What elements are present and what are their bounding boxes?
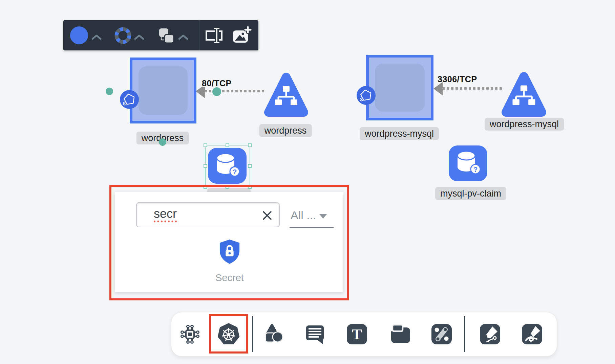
svg-text:?: ? xyxy=(473,166,478,173)
shapes-icon[interactable] xyxy=(263,323,284,345)
selection-handle[interactable] xyxy=(248,164,252,168)
filter-underline xyxy=(290,227,334,228)
comment-icon[interactable] xyxy=(304,323,326,345)
toolbar-divider xyxy=(199,20,199,50)
node-label: wordpress xyxy=(259,124,312,137)
selection-handle[interactable] xyxy=(226,143,229,147)
secret-shield-icon[interactable] xyxy=(218,239,241,265)
rename-icon[interactable] xyxy=(203,26,225,45)
frame-icon[interactable] xyxy=(390,323,411,345)
node-wordpress-service[interactable] xyxy=(264,72,309,118)
edge-mysql[interactable] xyxy=(442,87,502,90)
edge-label: 3306/TCP xyxy=(438,74,477,84)
connection-point[interactable] xyxy=(159,138,166,146)
result-item-label[interactable]: Secret xyxy=(215,272,244,283)
toolbar-divider xyxy=(464,316,465,352)
node-label: wordpress-mysql xyxy=(485,118,564,131)
node-mysql-deployment[interactable] xyxy=(366,55,433,120)
stroke-style-ring-icon[interactable] xyxy=(114,26,132,45)
svg-text:T: T xyxy=(352,326,362,343)
selection-handle[interactable] xyxy=(248,143,252,147)
edge-label: 80/TCP xyxy=(202,78,232,88)
deployment-badge-icon[interactable] xyxy=(120,90,139,109)
search-input[interactable]: secr xyxy=(136,202,280,227)
node-mysql-service[interactable] xyxy=(501,71,547,118)
svg-text:?: ? xyxy=(233,168,237,176)
selection-handle[interactable] xyxy=(204,164,207,168)
fill-color-swatch[interactable] xyxy=(70,26,88,44)
stroke-style-expand-chevron-icon[interactable] xyxy=(133,34,145,41)
scribble-icon[interactable] xyxy=(521,323,543,345)
edge-endpoint-dot[interactable] xyxy=(212,87,221,96)
node-mysql-pv-claim[interactable]: ? xyxy=(449,145,487,181)
node-label: wordpress-mysql xyxy=(360,127,439,140)
active-tool-highlight xyxy=(209,314,248,354)
search-input-value: secr xyxy=(154,207,177,222)
toolbar-divider xyxy=(252,316,253,352)
circuit-icon[interactable] xyxy=(179,323,201,345)
fill-color-expand-chevron-icon[interactable] xyxy=(91,34,102,41)
add-image-icon[interactable] xyxy=(231,26,252,45)
clear-search-icon[interactable] xyxy=(261,210,273,221)
deployment-inner-shape xyxy=(375,64,425,112)
filter-select[interactable]: All ... xyxy=(291,209,316,222)
clone-style-icon[interactable] xyxy=(156,26,175,45)
node-label: mysql-pv-claim xyxy=(435,187,506,200)
style-toolbar xyxy=(63,20,258,50)
chevron-down-icon[interactable] xyxy=(319,214,327,219)
connector-icon[interactable] xyxy=(431,323,452,345)
canvas[interactable]: wordpress 80/TCP wordpress wordpress-mys… xyxy=(0,0,615,364)
connection-point[interactable] xyxy=(106,88,113,95)
selection-handle[interactable] xyxy=(204,143,207,147)
deployment-badge-icon[interactable] xyxy=(357,86,376,105)
pen-icon[interactable] xyxy=(479,323,501,345)
deployment-inner-shape xyxy=(139,66,188,115)
clone-style-expand-chevron-icon[interactable] xyxy=(177,34,189,41)
node-pv-claim-selected[interactable]: ? xyxy=(208,148,247,184)
text-icon[interactable]: T xyxy=(346,323,368,345)
node-wordpress-deployment[interactable] xyxy=(130,58,196,123)
